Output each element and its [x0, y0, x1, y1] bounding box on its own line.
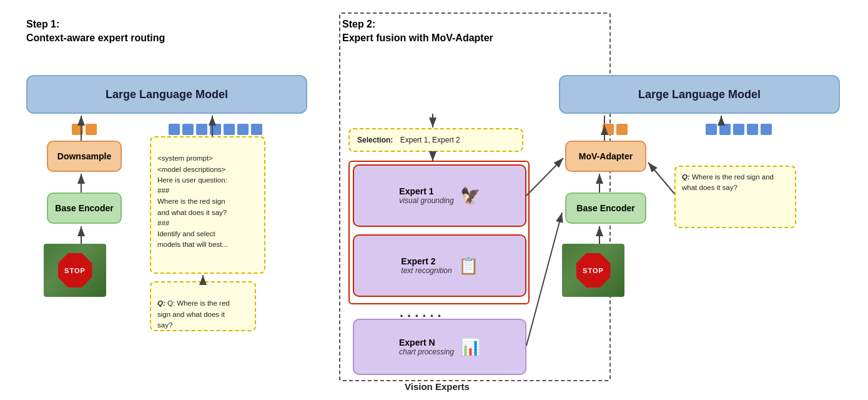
token-5 [196, 124, 207, 135]
expert1-icon: 🦅 [460, 186, 480, 206]
llm-right: Large Language Model [559, 75, 840, 114]
token-7 [224, 124, 235, 135]
token-r6 [747, 124, 758, 135]
llm-left: Large Language Model [26, 75, 307, 114]
token-1 [72, 124, 83, 135]
token-r2 [616, 124, 628, 135]
selection-box: Selection: Expert 1, Expert 2 [348, 128, 523, 152]
token-r1 [603, 124, 614, 135]
tokens-blue-right [706, 124, 772, 135]
token-4 [182, 124, 194, 135]
token-6 [210, 124, 221, 135]
question-note-right: Q: Where is the red sign and what does i… [674, 166, 796, 228]
token-r3 [706, 124, 717, 135]
expertN-box: Expert N chart processing 📊 [353, 319, 526, 375]
diagram: Step 1: Context-aware expert routing Ste… [0, 0, 868, 400]
base-encoder-right: Base Encoder [565, 192, 646, 224]
tokens-orange-left [72, 124, 97, 135]
question-note-left: Q: Q: Where is the red sign and what doe… [150, 281, 256, 331]
expert2-box: Expert 2 text recognition 📋 [353, 234, 526, 297]
expert1-sub: visual grounding [399, 196, 453, 205]
expertN-sub: chart processing [399, 348, 454, 356]
token-9 [251, 124, 262, 135]
token-r4 [719, 124, 731, 135]
token-r7 [761, 124, 772, 135]
expert2-sub: text recognition [401, 266, 451, 275]
token-8 [237, 124, 249, 135]
downsample-box: Downsample [47, 141, 122, 172]
token-r5 [733, 124, 744, 135]
stop-sign-left: STOP [44, 244, 106, 297]
tokens-orange-right [603, 124, 628, 135]
mov-adapter-box: MoV-Adapter [565, 141, 646, 172]
token-2 [86, 124, 97, 135]
tokens-blue-left [169, 124, 262, 135]
token-3 [169, 124, 180, 135]
expertN-title: Expert N [399, 338, 454, 348]
svg-line-16 [648, 162, 674, 194]
vision-experts-label: Vision Experts [375, 381, 500, 392]
expert1-box: Expert 1 visual grounding 🦅 [353, 164, 526, 227]
expert2-icon: 📋 [458, 256, 478, 276]
base-encoder-left: Base Encoder [47, 192, 122, 224]
expert2-title: Expert 2 [401, 256, 451, 266]
expert1-title: Expert 1 [399, 186, 453, 196]
system-prompt-note: <system prompt> <model descriptions> Her… [150, 136, 265, 274]
stop-sign-right: STOP [562, 244, 624, 297]
stop-text-left: STOP [58, 253, 92, 288]
expertN-icon: 📊 [460, 338, 480, 357]
stop-text-right: STOP [576, 253, 611, 288]
step1-label: Step 1: Context-aware expert routing [26, 18, 165, 46]
